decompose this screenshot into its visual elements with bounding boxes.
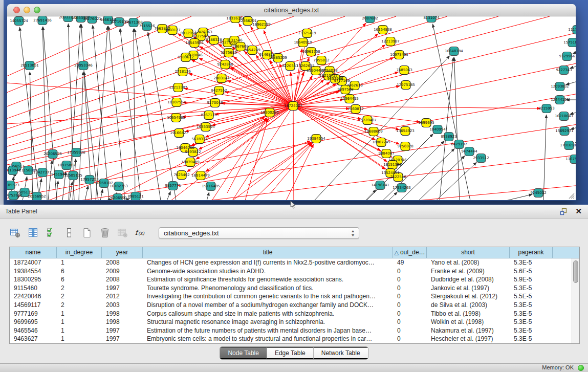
table-row[interactable]: 946554611997Estimation of the future num… (10, 326, 572, 335)
cell-short[interactable]: de Silva et al. (2003) (427, 301, 510, 310)
function-builder-button[interactable]: f(x) (134, 225, 148, 240)
cell-title[interactable]: Tourette syndrome. Phenomenology and cla… (143, 284, 393, 293)
cell-short[interactable]: Wolkin et al. (1998) (427, 318, 510, 326)
graph-edge[interactable] (207, 192, 209, 201)
cell-title[interactable]: Disruption of a novel member of a sodium… (143, 301, 393, 310)
close-traffic-light-icon[interactable] (13, 7, 20, 13)
cell-pagerank[interactable]: 5.3E-5 (510, 258, 553, 267)
cell-out_degree[interactable]: 0 (393, 275, 427, 284)
cell-year[interactable]: 2003 (102, 301, 143, 310)
cell-short[interactable]: Stergiakouli et al. (2012) (427, 292, 510, 301)
cell-out_degree[interactable]: 49 (393, 258, 427, 267)
cell-year[interactable]: 1998 (102, 310, 143, 318)
cell-short[interactable]: Jankovic et al. (1997) (427, 284, 510, 293)
graph-edge[interactable] (85, 186, 88, 200)
cell-name[interactable]: 18724007 (10, 258, 57, 267)
cell-pagerank[interactable]: 5.3E-5 (510, 335, 553, 343)
cell-title[interactable]: Investigating the contribution of common… (143, 292, 393, 301)
cell-name[interactable]: 22420046 (10, 292, 57, 301)
cell-title[interactable]: Changes of HCN gene expression and I(f) … (143, 258, 393, 267)
cell-name[interactable]: 14569117 (10, 301, 57, 310)
graph-edge[interactable] (271, 143, 312, 193)
cell-short[interactable]: Hescheler et al. (1997) (427, 335, 510, 343)
graph-edge[interactable] (365, 190, 376, 200)
citation-network-graph[interactable]: 1405572427691436209331711065332715276021… (7, 16, 576, 200)
graph-edge[interactable] (543, 115, 547, 200)
cell-title[interactable]: Corpus callosum shape and size in male p… (143, 310, 393, 318)
table-selector-dropdown[interactable]: citations_edges.txt▲▼ (159, 227, 359, 239)
cell-in_degree[interactable]: 1 (57, 326, 102, 335)
new-column-button[interactable] (80, 225, 94, 240)
column-header-pagerank[interactable]: pagerank (510, 247, 553, 258)
cell-in_degree[interactable]: 6 (57, 275, 102, 284)
cell-out_degree[interactable]: 0 (393, 326, 427, 335)
network-view-window[interactable]: citations_edges.txt 14055724276914362093… (7, 4, 576, 201)
table-row[interactable]: 2242004622012Investigating the contribut… (10, 292, 572, 301)
column-visibility-button[interactable] (26, 225, 40, 240)
graph-edge[interactable] (239, 24, 291, 102)
cell-pagerank[interactable]: 5.9E-5 (510, 275, 553, 284)
scrollbar-thumb[interactable] (573, 260, 578, 283)
cell-out_degree[interactable]: 0 (393, 284, 427, 293)
cell-name[interactable]: 9115460 (10, 284, 57, 293)
cell-in_degree[interactable]: 1 (57, 310, 102, 318)
cell-in_degree[interactable]: 2 (57, 284, 102, 293)
cell-name[interactable]: 18300295 (10, 275, 57, 284)
window-resize-grip-icon[interactable] (568, 192, 575, 199)
cell-out_degree[interactable]: 0 (393, 318, 427, 326)
cell-title[interactable]: Genome-wide association studies in ADHD. (143, 267, 393, 276)
cell-out_degree[interactable]: 0 (393, 292, 427, 301)
cell-in_degree[interactable]: 2 (57, 301, 102, 310)
graph-edge[interactable] (167, 191, 170, 200)
column-header-in_degree[interactable]: in_degree (57, 247, 102, 258)
cell-in_degree[interactable]: 6 (57, 267, 102, 276)
graph-edge[interactable] (388, 192, 397, 200)
cell-pagerank[interactable]: 5.6E-5 (510, 267, 553, 276)
graph-edge[interactable] (134, 29, 135, 200)
table-row[interactable]: 969969511998Structural magnetic resonanc… (10, 318, 572, 326)
graph-edge[interactable] (70, 182, 72, 200)
cell-out_degree[interactable]: 0 (393, 301, 427, 310)
cell-year[interactable]: 1997 (102, 335, 143, 343)
cell-in_degree[interactable]: 2 (57, 292, 102, 301)
graph-edge[interactable] (506, 194, 532, 200)
graph-edge[interactable] (7, 185, 576, 200)
table-row[interactable]: 946362711997Embryonic stem cells: a mode… (10, 335, 572, 343)
graph-edge[interactable] (248, 142, 311, 185)
graph-edge[interactable] (256, 55, 291, 102)
cell-year[interactable]: 2008 (102, 275, 143, 284)
column-header-title[interactable]: title (143, 247, 393, 258)
close-panel-icon[interactable]: ✕ (575, 206, 582, 216)
delete-trash-button[interactable] (98, 225, 112, 240)
cell-short[interactable]: Yano et al. (2008) (427, 258, 510, 267)
cell-year[interactable]: 2009 (102, 267, 143, 276)
table-settings-button[interactable] (8, 225, 23, 240)
table-row[interactable]: 1872400712008Changes of HCN gene express… (10, 258, 572, 267)
table-row[interactable]: 1456911722003Disruption of a novel membe… (10, 301, 572, 310)
float-panel-icon[interactable] (560, 208, 568, 215)
cell-pagerank[interactable]: 5.5E-5 (510, 292, 553, 301)
graph-edge[interactable] (297, 75, 325, 102)
cell-year[interactable]: 2012 (102, 292, 143, 301)
tab-node-table[interactable]: Node Table (220, 347, 267, 359)
graph-edge[interactable] (573, 50, 576, 54)
table-row[interactable]: 911546021997Tourette syndrome. Phenomeno… (10, 284, 572, 293)
table-vertical-scrollbar[interactable] (572, 258, 579, 343)
graph-edge[interactable] (48, 160, 52, 200)
cell-in_degree[interactable]: 1 (57, 335, 102, 343)
graph-edge[interactable] (100, 189, 103, 200)
graph-edge[interactable] (30, 72, 33, 200)
graph-edge[interactable] (7, 124, 576, 200)
network-window-titlebar[interactable]: citations_edges.txt (7, 4, 576, 16)
cell-short[interactable]: Nakamura et al. (1997) (427, 326, 510, 335)
column-header-year[interactable]: year (102, 247, 143, 258)
cell-out_degree[interactable]: 0 (393, 310, 427, 318)
graph-edge[interactable] (96, 26, 107, 200)
cell-year[interactable]: 1998 (102, 318, 143, 326)
cell-title[interactable]: Embryonic stem cells: a model to study s… (143, 335, 393, 343)
column-header-out_degree[interactable]: △out_de… (393, 247, 427, 258)
cell-short[interactable]: Dudbridge et al. (2008) (427, 275, 510, 284)
tab-network-table[interactable]: Network Table (314, 347, 368, 359)
cell-title[interactable]: Estimation of significance thresholds fo… (143, 275, 393, 284)
cell-name[interactable]: 9465546 (10, 326, 57, 335)
